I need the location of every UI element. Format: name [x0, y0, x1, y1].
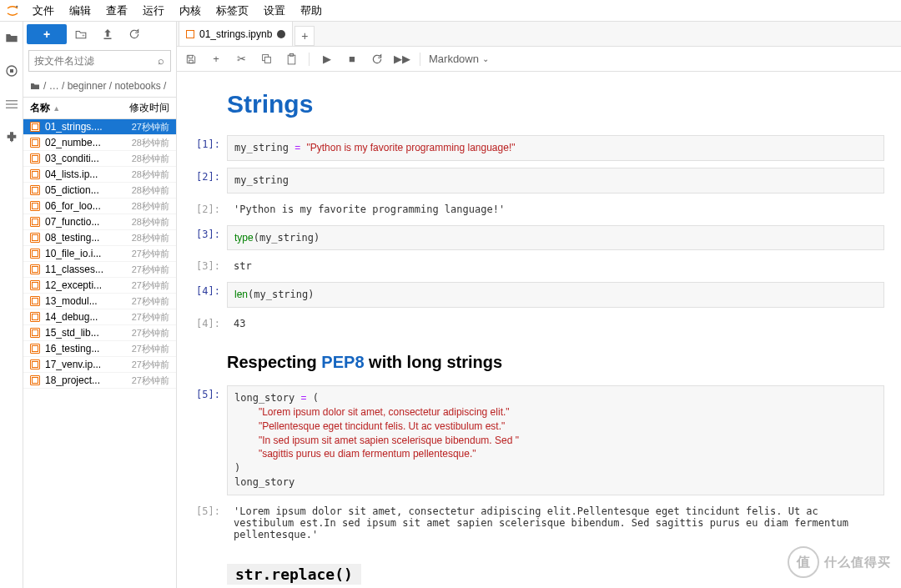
file-browser: + + ⌕ / … / beginner / notebooks / 名称 ▲ …: [23, 22, 177, 588]
file-row[interactable]: 03_conditi...28秒钟前: [23, 151, 176, 167]
code-cell[interactable]: [5]: long_story = ( "Lorem ipsum dolor s…: [177, 384, 901, 497]
svg-rect-10: [288, 55, 295, 64]
notebook-icon: [30, 296, 40, 306]
code-cell[interactable]: [1]:my_string = "Python is my favorite p…: [177, 133, 901, 163]
notebook-icon: [30, 185, 40, 195]
menubar: 文件编辑查看运行内核标签页设置帮助: [0, 0, 901, 22]
extensions-icon[interactable]: [4, 130, 19, 145]
heading-pep8: Respecting PEP8 with long strings: [227, 339, 884, 379]
new-folder-icon[interactable]: +: [68, 24, 93, 44]
output-cell: [3]:str: [177, 255, 901, 277]
unsaved-indicator-icon: [277, 30, 285, 38]
file-row[interactable]: 07_functio...28秒钟前: [23, 214, 176, 230]
stop-icon[interactable]: ■: [343, 53, 361, 65]
file-row[interactable]: 14_debug...27秒钟前: [23, 309, 176, 325]
output-cell: [4]:43: [177, 313, 901, 334]
copy-icon[interactable]: [257, 53, 275, 64]
notebook-icon: [30, 138, 40, 148]
tab-notebook[interactable]: 01_strings.ipynb: [179, 22, 293, 46]
svg-rect-7: [104, 38, 112, 40]
notebook-icon: [30, 153, 40, 163]
menu-内核[interactable]: 内核: [172, 0, 209, 22]
svg-text:+: +: [82, 33, 85, 38]
notebook-icon: [30, 280, 40, 290]
run-icon[interactable]: ▶: [318, 53, 336, 65]
file-row[interactable]: 01_strings....27秒钟前: [23, 119, 176, 135]
jupyter-logo: [3, 2, 22, 20]
file-row[interactable]: 13_modul...27秒钟前: [23, 294, 176, 309]
breadcrumb[interactable]: / … / beginner / notebooks /: [23, 75, 176, 97]
code-cell[interactable]: [2]:my_string: [177, 166, 901, 195]
menu-运行[interactable]: 运行: [135, 0, 172, 22]
activity-bar: [0, 22, 23, 588]
restart-run-icon[interactable]: ▶▶: [393, 53, 411, 65]
svg-point-0: [16, 5, 18, 7]
file-list-header[interactable]: 名称 ▲ 修改时间: [23, 97, 176, 119]
menu-设置[interactable]: 设置: [256, 0, 293, 22]
code-cell[interactable]: [4]:len(my_string): [177, 280, 901, 309]
cell-type-selector[interactable]: Markdown⌄: [429, 53, 489, 65]
cut-icon[interactable]: ✂: [232, 53, 250, 65]
menu-标签页[interactable]: 标签页: [209, 0, 256, 22]
file-row[interactable]: 11_classes...27秒钟前: [23, 262, 176, 278]
menu-帮助[interactable]: 帮助: [293, 0, 330, 22]
notebook-icon: [30, 375, 40, 385]
folder-icon[interactable]: [4, 30, 19, 45]
file-row[interactable]: 02_numbe...28秒钟前: [23, 135, 176, 151]
refresh-icon[interactable]: [122, 24, 147, 44]
svg-rect-2: [10, 69, 13, 73]
save-icon[interactable]: [182, 53, 200, 65]
upload-icon[interactable]: [95, 24, 120, 44]
tab-title: 01_strings.ipynb: [199, 28, 272, 40]
insert-cell-icon[interactable]: +: [207, 53, 225, 65]
file-row[interactable]: 06_for_loo...28秒钟前: [23, 199, 176, 214]
filter-input[interactable]: [28, 50, 171, 72]
watermark: 值 什么值得买: [788, 546, 891, 578]
file-row[interactable]: 17_venv.ip...27秒钟前: [23, 357, 176, 373]
notebook-icon: [30, 122, 40, 132]
file-row[interactable]: 05_diction...28秒钟前: [23, 183, 176, 199]
notebook-icon: [30, 359, 40, 369]
notebook-icon: [30, 264, 40, 274]
menu-查看[interactable]: 查看: [98, 0, 135, 22]
notebook-icon: [30, 344, 40, 354]
new-tab-button[interactable]: +: [294, 26, 315, 46]
file-row[interactable]: 04_lists.ip...28秒钟前: [23, 167, 176, 183]
output-cell: [2]:'Python is my favorite programming l…: [177, 199, 901, 220]
notebook-icon: [30, 312, 40, 322]
menu-编辑[interactable]: 编辑: [62, 0, 98, 22]
heading-strings: Strings: [227, 82, 884, 128]
toc-icon[interactable]: [4, 97, 19, 112]
restart-icon[interactable]: [368, 53, 386, 65]
svg-rect-9: [264, 57, 270, 63]
running-icon[interactable]: [4, 63, 19, 78]
paste-icon[interactable]: [282, 53, 300, 65]
notebook-icon: [30, 217, 40, 227]
tab-bar: 01_strings.ipynb +: [177, 22, 901, 47]
menu-文件[interactable]: 文件: [25, 0, 62, 22]
file-row[interactable]: 10_file_io.i...27秒钟前: [23, 246, 176, 262]
file-row[interactable]: 16_testing...27秒钟前: [23, 341, 176, 357]
output-cell: [5]: 'Lorem ipsum dolor sit amet, consec…: [177, 500, 901, 545]
file-row[interactable]: 12_excepti...27秒钟前: [23, 278, 176, 294]
notebook-icon: [30, 328, 40, 338]
notebook-icon: [30, 169, 40, 179]
notebook-icon: [186, 30, 194, 38]
notebook-toolbar: + ✂ ▶ ■ ▶▶ Markdown⌄: [177, 47, 901, 72]
notebook-icon: [30, 201, 40, 211]
search-icon: ⌕: [158, 54, 164, 67]
notebook-panel: Strings [1]:my_string = "Python is my fa…: [177, 72, 901, 588]
notebook-icon: [30, 233, 40, 243]
code-cell[interactable]: [3]:type(my_string): [177, 224, 901, 253]
file-row[interactable]: 15_std_lib...27秒钟前: [23, 325, 176, 341]
file-row[interactable]: 08_testing...28秒钟前: [23, 230, 176, 246]
new-launcher-button[interactable]: +: [27, 24, 67, 44]
file-row[interactable]: 18_project...27秒钟前: [23, 373, 176, 389]
notebook-icon: [30, 249, 40, 259]
heading-replace: str.replace(): [227, 550, 884, 588]
